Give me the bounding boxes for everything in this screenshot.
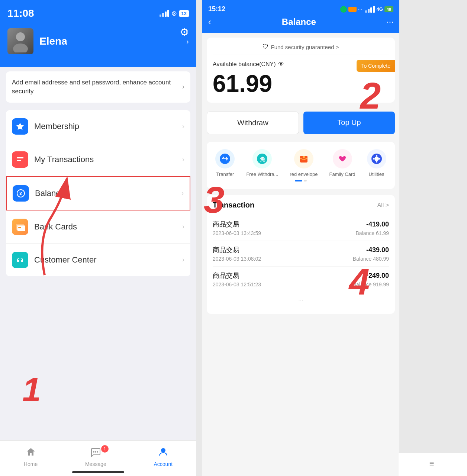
svg-point-23 (376, 155, 377, 157)
right-phone: 15:12 ··· 4G 48 ‹ Balance ··· 🛡 Fund sec… (202, 0, 399, 476)
table-row[interactable]: 商品交易 -419.00 2023-06-03 13:43:59 Balance… (213, 215, 389, 241)
customer-center-icon (12, 252, 28, 268)
tx-balance-1: Balance 61.99 (355, 230, 389, 236)
svg-point-12 (95, 451, 96, 453)
svg-point-11 (93, 451, 94, 453)
menu-item-bank-cards[interactable]: Bank Cards › (6, 210, 190, 244)
status-icons: ⊗ 12 (160, 9, 189, 17)
orange-status-icon (348, 7, 357, 12)
tx-amount-2: -439.00 (366, 246, 389, 254)
nav-home-label: Home (24, 461, 38, 467)
tx-date-3: 2023-06-03 12:51:23 (213, 282, 261, 287)
family-card-label: Family Card (329, 171, 355, 177)
service-icons-section: Transfer 免 Free Withdra... (207, 142, 395, 189)
nav-message-label: Message (85, 461, 106, 467)
svg-point-0 (16, 32, 25, 41)
tx-balance-3: Balance 919.99 (353, 282, 389, 287)
membership-label: Membership (34, 122, 182, 131)
transaction-all-link[interactable]: All > (377, 202, 389, 209)
time-display: 11:08 (7, 7, 34, 19)
customer-center-arrow-icon: › (182, 256, 184, 264)
table-row[interactable]: 商品交易 -439.00 2023-06-03 13:08:02 Balance… (213, 241, 389, 267)
more-button[interactable]: ··· (387, 17, 393, 27)
gear-icon[interactable]: ⚙ (180, 26, 189, 38)
customer-center-label: Customer Center (34, 255, 182, 265)
menu-section: Membership › My Transactions › ¥ Balanc (6, 110, 190, 276)
menu-item-balance[interactable]: ¥ Balance › (6, 176, 190, 210)
page-title: Balance (282, 17, 316, 27)
fund-security-banner[interactable]: 🛡 Fund security guaranteed > (213, 44, 389, 55)
membership-icon (12, 118, 28, 135)
nav-account[interactable]: Account (154, 447, 173, 467)
security-text: Add email addresse and set password, enh… (12, 78, 182, 96)
svg-text:¥: ¥ (19, 191, 22, 196)
service-utilities[interactable]: Utilities (367, 149, 386, 177)
utilities-label: Utilities (369, 171, 384, 177)
table-row[interactable]: 商品交易 -249.00 2023-06-03 12:51:23 Balance… (213, 267, 389, 292)
nav-home[interactable]: Home (24, 447, 38, 467)
bank-cards-icon (12, 219, 28, 235)
service-icons-row: Transfer 免 Free Withdra... (210, 149, 392, 177)
scroll-dot-active (295, 180, 302, 181)
bank-cards-label: Bank Cards (34, 222, 182, 232)
status-bar-left: 11:08 ⊗ 12 (7, 7, 189, 19)
right-status-icons: ··· 4G 48 (340, 6, 393, 13)
network-label: 4G (376, 6, 383, 12)
profile-section[interactable]: Elena › (7, 25, 189, 56)
nav-message[interactable]: 1 Message (85, 447, 106, 467)
tx-date-1: 2023-06-03 13:43:59 (213, 230, 261, 236)
right-time-display: 15:12 (208, 5, 225, 13)
eye-icon[interactable]: 👁 (278, 61, 284, 68)
free-withdraw-icon: 免 (252, 149, 272, 168)
transaction-section: Transaction All > 商品交易 -419.00 2023-06-0… (207, 195, 395, 314)
svg-point-25 (373, 158, 374, 160)
balance-icon: ¥ (13, 185, 29, 202)
transaction-header: Transaction All > (213, 201, 389, 209)
left-header: 11:08 ⊗ 12 ⚙ Elena › (0, 0, 196, 67)
security-prompt[interactable]: Add email addresse and set password, enh… (6, 71, 190, 103)
system-nav: ≡ □ ‹ (399, 453, 467, 476)
menu-item-transactions[interactable]: My Transactions › (6, 143, 190, 176)
tx-amount-1: -419.00 (366, 221, 389, 228)
service-family-card[interactable]: Family Card (329, 149, 355, 177)
service-red-envelope[interactable]: red envelope (290, 149, 318, 177)
back-button[interactable]: ‹ (208, 17, 211, 27)
menu-item-customer-center[interactable]: Customer Center › (6, 244, 190, 276)
right-battery-icon: 48 (384, 6, 393, 12)
service-transfer[interactable]: Transfer (215, 149, 235, 177)
left-phone: 11:08 ⊗ 12 ⚙ Elena › (0, 0, 196, 476)
battery-display: 12 (179, 10, 189, 17)
balance-label: Balance (35, 189, 181, 198)
wechat-icon (340, 6, 347, 13)
service-free-withdraw[interactable]: 免 Free Withdra... (246, 149, 278, 177)
home-indicator (72, 471, 124, 473)
balance-arrow-icon: › (181, 189, 184, 197)
nav-account-label: Account (154, 461, 173, 467)
avatar (7, 28, 33, 54)
svg-point-19 (303, 156, 305, 158)
load-more-indicator[interactable]: ··· (213, 292, 389, 308)
transactions-icon (12, 151, 28, 168)
svg-rect-3 (17, 160, 21, 161)
svg-rect-8 (17, 226, 25, 231)
svg-rect-2 (17, 157, 23, 158)
svg-point-13 (97, 451, 98, 453)
tx-bottom-2: 2023-06-03 13:08:02 Balance 480.99 (213, 256, 389, 262)
message-icon (90, 447, 101, 460)
topup-button[interactable]: Top Up (303, 112, 395, 134)
tx-top-1: 商品交易 -419.00 (213, 220, 389, 229)
family-card-icon (333, 149, 352, 168)
menu-nav-button[interactable]: ≡ (429, 459, 434, 469)
message-badge: 1 (101, 445, 109, 453)
tx-name-3: 商品交易 (213, 271, 239, 280)
wifi-icon: ⊗ (171, 9, 177, 17)
transfer-label: Transfer (216, 171, 234, 177)
menu-item-membership[interactable]: Membership › (6, 110, 190, 143)
withdraw-button[interactable]: Withdraw (207, 112, 299, 134)
svg-point-14 (161, 448, 165, 453)
security-arrow-icon: › (182, 83, 184, 91)
red-envelope-icon (294, 149, 313, 168)
red-envelope-label: red envelope (290, 171, 318, 177)
bottom-nav: Home 1 Message Account (0, 440, 196, 476)
to-complete-badge[interactable]: To Complete (357, 60, 395, 72)
